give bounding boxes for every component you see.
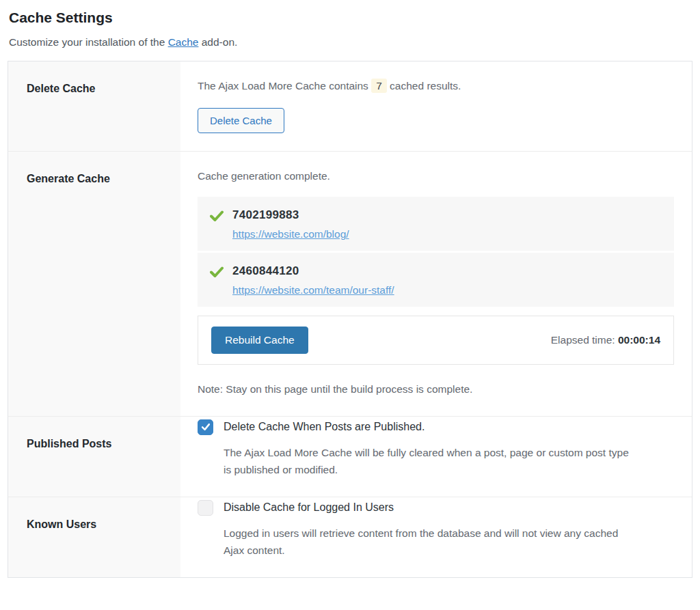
cached-results-count-badge: 7	[371, 79, 387, 93]
published-posts-checkbox[interactable]	[198, 419, 213, 435]
build-process-note: Note: Stay on this page until the build …	[198, 380, 674, 398]
cache-generation-status: Cache generation complete.	[198, 167, 674, 185]
known-users-description: Logged in users will retrieve content fr…	[224, 525, 634, 559]
cache-addon-link[interactable]: Cache	[168, 36, 199, 48]
subtitle-text-prefix: Customize your installation of the	[9, 36, 168, 48]
row-generate-cache: Generate Cache Cache generation complete…	[8, 152, 692, 417]
cache-settings-page: Cache Settings Customize your installati…	[0, 0, 700, 578]
success-check-icon	[210, 265, 224, 279]
row-known-users: Known Users Disable Cache for Logged In …	[8, 497, 692, 577]
cache-item-body: 2460844120 https://website.com/team/our-…	[232, 264, 394, 296]
success-check-icon	[210, 209, 224, 223]
cache-item-body: 7402199883 https://website.com/blog/	[232, 208, 349, 240]
page-title: Cache Settings	[9, 10, 691, 26]
rebuild-cache-button[interactable]: Rebuild Cache	[211, 327, 308, 354]
cache-item: 7402199883 https://website.com/blog/	[198, 197, 674, 251]
generate-cache-content: Cache generation complete. 7402199883 ht…	[180, 152, 692, 416]
delete-cache-button[interactable]: Delete Cache	[198, 108, 284, 133]
known-users-checkbox[interactable]	[198, 500, 213, 516]
page-subtitle: Customize your installation of the Cache…	[9, 36, 691, 48]
cache-build-footer: Rebuild Cache Elapsed time: 00:00:14	[198, 316, 674, 365]
cache-item: 2460844120 https://website.com/team/our-…	[198, 253, 674, 307]
known-users-checkbox-label[interactable]: Disable Cache for Logged In Users	[224, 501, 394, 514]
elapsed-time: Elapsed time: 00:00:14	[551, 334, 660, 346]
page-header: Cache Settings Customize your installati…	[8, 10, 692, 48]
row-label-published-posts: Published Posts	[8, 417, 180, 497]
cache-item-url-link[interactable]: https://website.com/blog/	[232, 228, 349, 240]
delete-cache-text-prefix: The Ajax Load More Cache contains	[198, 80, 371, 92]
row-published-posts: Published Posts Delete Cache When Posts …	[8, 417, 692, 497]
known-users-setting: Disable Cache for Logged In Users	[198, 500, 674, 516]
known-users-content: Disable Cache for Logged In Users Logged…	[180, 497, 692, 577]
cache-item-url-link[interactable]: https://website.com/team/our-staff/	[232, 284, 394, 296]
elapsed-time-value: 00:00:14	[618, 334, 660, 346]
row-label-known-users: Known Users	[8, 497, 180, 577]
settings-table: Delete Cache The Ajax Load More Cache co…	[8, 61, 692, 578]
published-posts-content: Delete Cache When Posts are Published. T…	[180, 417, 692, 497]
checkbox-check-icon	[201, 422, 211, 432]
subtitle-text-suffix: add-on.	[198, 36, 237, 48]
elapsed-time-label: Elapsed time:	[551, 334, 618, 346]
cache-item-id: 7402199883	[232, 208, 349, 222]
row-label-generate-cache: Generate Cache	[8, 152, 180, 416]
cache-item-id: 2460844120	[232, 264, 394, 278]
delete-cache-text-suffix: cached results.	[387, 80, 461, 92]
published-posts-checkbox-label[interactable]: Delete Cache When Posts are Published.	[224, 421, 425, 433]
delete-cache-content: The Ajax Load More Cache contains 7 cach…	[180, 61, 692, 151]
published-posts-description: The Ajax Load More Cache will be fully c…	[224, 444, 634, 479]
delete-cache-description: The Ajax Load More Cache contains 7 cach…	[198, 77, 674, 95]
row-label-delete-cache: Delete Cache	[8, 61, 180, 151]
published-posts-setting: Delete Cache When Posts are Published.	[198, 419, 674, 435]
row-delete-cache: Delete Cache The Ajax Load More Cache co…	[8, 61, 692, 152]
